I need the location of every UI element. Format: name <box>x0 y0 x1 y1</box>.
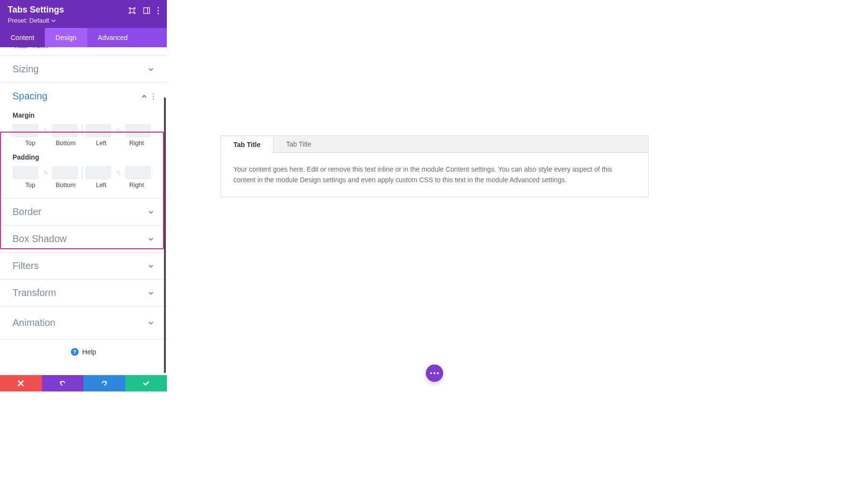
caret-down-icon <box>51 18 56 23</box>
svg-point-8 <box>153 98 154 99</box>
margin-label: Margin <box>13 111 154 119</box>
section-transform[interactable]: Transform <box>0 280 167 306</box>
margin-left-input[interactable] <box>85 124 111 137</box>
tabs-module: Tab Title Tab Title Your content goes he… <box>220 135 649 197</box>
preset-label: Preset: Default <box>8 17 49 24</box>
undo-icon <box>59 380 66 387</box>
svg-point-6 <box>153 93 154 94</box>
panel-header: Tabs Settings Preset: Default <box>0 0 167 28</box>
chevron-down-icon <box>148 47 154 49</box>
help-link[interactable]: ? Help <box>0 339 167 364</box>
padding-bottom-input[interactable] <box>52 166 78 179</box>
save-button[interactable] <box>125 375 167 391</box>
scrollbar[interactable] <box>163 47 166 375</box>
spacing-content: Margin <box>0 111 167 198</box>
ellipsis-icon <box>430 372 439 374</box>
divider <box>82 125 82 136</box>
section-sizing[interactable]: Sizing <box>0 56 167 82</box>
tab-strip: Tab Title Tab Title <box>221 136 648 153</box>
side-right: Right <box>119 139 155 147</box>
tab-design[interactable]: Design <box>45 28 87 47</box>
svg-point-7 <box>153 95 154 97</box>
section-border[interactable]: Border <box>0 199 167 225</box>
cancel-button[interactable] <box>0 375 42 391</box>
side-left: Left <box>83 139 119 147</box>
kebab-icon[interactable] <box>157 7 159 14</box>
padding-left-input[interactable] <box>85 166 111 179</box>
section-filters[interactable]: Filters <box>0 253 167 279</box>
help-icon: ? <box>71 348 79 356</box>
chevron-down-icon <box>148 209 154 216</box>
panel-tabs: Content Design Advanced <box>0 28 167 47</box>
tab-1[interactable]: Tab Title <box>221 136 273 153</box>
section-box-shadow[interactable]: Box Shadow <box>0 226 167 252</box>
padding-right-input[interactable] <box>125 166 151 179</box>
link-icon[interactable] <box>114 168 123 177</box>
section-animation[interactable]: Animation <box>0 307 167 339</box>
section-tab-text[interactable]: Tab Text <box>0 47 167 55</box>
chevron-down-icon <box>148 236 154 242</box>
svg-rect-0 <box>130 9 134 13</box>
help-label: Help <box>82 348 96 356</box>
divider <box>82 167 82 178</box>
panel-footer <box>0 375 167 391</box>
section-spacing[interactable]: Spacing <box>0 83 167 109</box>
check-icon <box>143 380 149 387</box>
close-icon <box>17 380 24 387</box>
svg-point-4 <box>158 10 159 12</box>
padding-top-input[interactable] <box>13 166 39 179</box>
fab-more[interactable] <box>426 364 443 382</box>
tab-2[interactable]: Tab Title <box>273 136 324 152</box>
redo-icon <box>101 380 108 387</box>
chevron-down-icon <box>148 290 154 296</box>
preset-dropdown[interactable]: Preset: Default <box>8 17 64 24</box>
side-left: Left <box>83 181 119 189</box>
svg-point-5 <box>158 13 159 14</box>
svg-point-3 <box>158 7 159 9</box>
link-icon[interactable] <box>114 126 123 135</box>
chevron-down-icon <box>148 320 154 326</box>
side-top: Top <box>13 139 48 147</box>
margin-right-input[interactable] <box>125 124 151 137</box>
tab-content[interactable]: Content <box>0 28 45 47</box>
redo-button[interactable] <box>83 375 125 391</box>
link-icon[interactable] <box>41 168 50 177</box>
side-bottom: Bottom <box>48 181 84 189</box>
kebab-icon[interactable] <box>152 93 154 100</box>
link-icon[interactable] <box>41 126 50 135</box>
tab-content-body[interactable]: Your content goes here. Edit or remove t… <box>221 153 648 197</box>
side-bottom: Bottom <box>48 139 84 147</box>
margin-bottom-input[interactable] <box>52 124 78 137</box>
settings-panel: Tabs Settings Preset: Default Content De… <box>0 0 167 391</box>
dock-icon[interactable] <box>143 7 150 14</box>
undo-button[interactable] <box>42 375 84 391</box>
panel-title: Tabs Settings <box>8 5 64 15</box>
panel-body: Tab Text Sizing Spacing <box>0 47 167 375</box>
chevron-down-icon <box>148 66 154 73</box>
side-top: Top <box>13 181 48 189</box>
tab-advanced[interactable]: Advanced <box>87 28 138 47</box>
margin-top-input[interactable] <box>13 124 39 137</box>
side-right: Right <box>119 181 155 189</box>
chevron-up-icon <box>141 93 148 100</box>
svg-rect-1 <box>144 8 149 13</box>
expand-icon[interactable] <box>128 7 136 14</box>
chevron-down-icon <box>148 263 154 269</box>
padding-label: Padding <box>13 153 154 161</box>
